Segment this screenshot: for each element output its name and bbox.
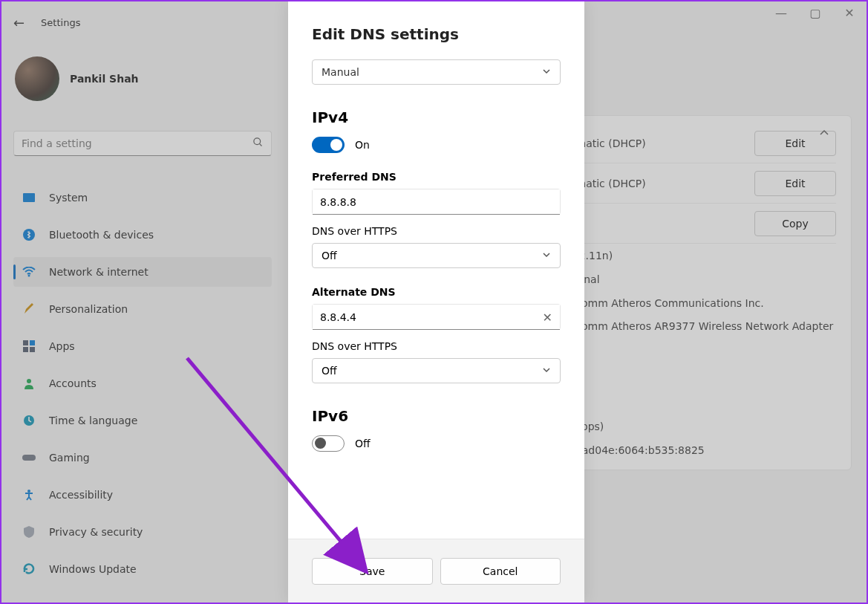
alternate-dns-label: Alternate DNS: [312, 286, 561, 298]
alternate-dns-input[interactable]: [313, 305, 560, 330]
chevron-down-icon: [542, 66, 551, 78]
ipv4-toggle[interactable]: [312, 137, 345, 153]
save-button[interactable]: Save: [312, 558, 433, 585]
doh-label: DNS over HTTPS: [312, 340, 561, 352]
preferred-dns-input[interactable]: [313, 189, 560, 215]
toggle-state: Off: [355, 438, 371, 449]
preferred-dns-label: Preferred DNS: [312, 171, 561, 183]
doh-preferred-select[interactable]: Off: [312, 243, 561, 268]
ipv6-toggle[interactable]: [312, 435, 345, 452]
chevron-down-icon: [542, 250, 551, 262]
doh-label: DNS over HTTPS: [312, 225, 561, 237]
ipv4-heading: IPv4: [312, 108, 561, 126]
select-value: Manual: [322, 66, 359, 78]
select-value: Off: [322, 250, 337, 262]
dialog-title: Edit DNS settings: [312, 25, 561, 43]
dns-mode-select[interactable]: Manual: [312, 59, 561, 85]
toggle-state: On: [355, 139, 370, 151]
edit-dns-dialog: Edit DNS settings Manual IPv4 On Preferr…: [288, 1, 584, 603]
clear-icon[interactable]: ✕: [543, 311, 552, 325]
chevron-down-icon: [542, 365, 551, 377]
cancel-button[interactable]: Cancel: [440, 558, 561, 585]
select-value: Off: [322, 365, 337, 377]
doh-alternate-select[interactable]: Off: [312, 358, 561, 383]
ipv6-heading: IPv6: [312, 407, 561, 425]
